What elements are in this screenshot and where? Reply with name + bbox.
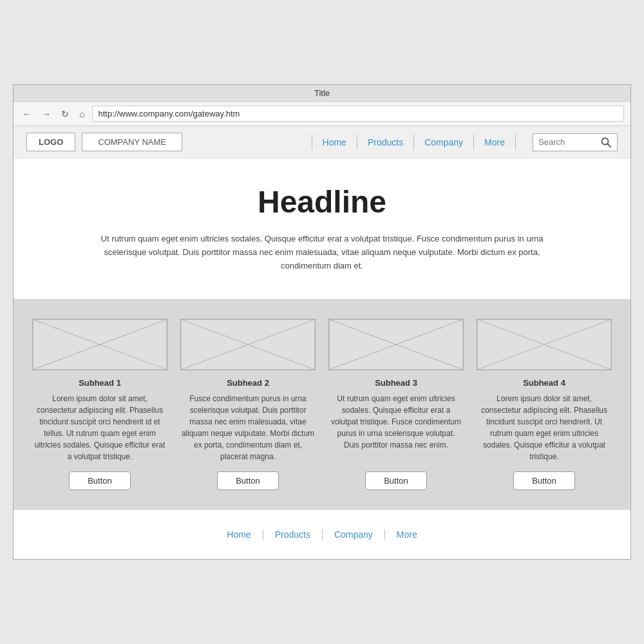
refresh-button[interactable]: ↻ [59, 108, 71, 120]
card-3: Subhead 3 Ut rutrum quam eget enim ultri… [328, 319, 464, 490]
card-4-subhead: Subhead 4 [523, 378, 565, 388]
nav-link-company[interactable]: Company [413, 135, 473, 150]
footer-link-home[interactable]: Home [215, 529, 263, 540]
card-3-button[interactable]: Button [365, 471, 427, 490]
nav-link-home[interactable]: Home [312, 135, 357, 150]
card-1: Subhead 1 Lorem ipsum dolor sit amet, co… [32, 319, 167, 490]
home-button[interactable]: ⌂ [77, 108, 87, 120]
footer-nav: Home Products Company More [26, 529, 618, 540]
card-3-subhead: Subhead 3 [375, 378, 417, 388]
address-bar-input[interactable] [92, 106, 624, 122]
footer-link-products[interactable]: Products [263, 529, 323, 540]
card-1-subhead: Subhead 1 [79, 378, 121, 388]
search-box [533, 133, 618, 151]
card-3-image [328, 319, 464, 370]
search-icon[interactable] [600, 137, 612, 148]
card-2-body: Fusce condimentum purus in urna sceleris… [180, 393, 316, 462]
svg-line-1 [608, 144, 611, 147]
browser-window: Title ← → ↻ ⌂ LOGO COMPANY NAME Home Pro… [13, 84, 631, 559]
card-1-button[interactable]: Button [69, 471, 131, 490]
card-2-subhead: Subhead 2 [227, 378, 269, 388]
company-name: COMPANY NAME [82, 133, 182, 151]
nav-link-products[interactable]: Products [357, 135, 413, 150]
browser-address-bar: ← → ↻ ⌂ [14, 102, 630, 126]
hero-section: Headline Ut rutrum quam eget enim ultric… [14, 158, 630, 299]
cards-section: Subhead 1 Lorem ipsum dolor sit amet, co… [14, 299, 630, 509]
card-2: Subhead 2 Fusce condimentum purus in urn… [180, 319, 316, 490]
footer-link-more[interactable]: More [385, 529, 429, 540]
card-4-image [477, 319, 612, 370]
card-2-image [180, 319, 316, 370]
footer-link-company[interactable]: Company [323, 529, 385, 540]
logo: LOGO [26, 133, 75, 151]
card-4: Subhead 4 Lorem ipsum dolor sit amet, co… [477, 319, 612, 490]
nav-link-more[interactable]: More [473, 135, 516, 150]
search-input[interactable] [538, 137, 596, 147]
site-footer: Home Products Company More [14, 509, 630, 559]
browser-title-bar: Title [14, 85, 630, 102]
back-button[interactable]: ← [20, 108, 34, 120]
card-1-body: Lorem ipsum dolor sit amet, consectetur … [32, 393, 167, 462]
card-4-button[interactable]: Button [513, 471, 575, 490]
card-1-image [32, 319, 167, 370]
site-header: LOGO COMPANY NAME Home Products Company … [14, 126, 630, 158]
forward-button[interactable]: → [39, 108, 53, 120]
browser-title: Title [314, 88, 330, 98]
hero-headline: Headline [52, 184, 592, 220]
card-4-body: Lorem ipsum dolor sit amet, consectetur … [477, 393, 612, 462]
hero-body: Ut rutrum quam eget enim ultricies sodal… [80, 232, 564, 272]
card-3-body: Ut rutrum quam eget enim ultricies sodal… [328, 393, 464, 462]
card-2-button[interactable]: Button [217, 471, 279, 490]
main-nav: Home Products Company More [312, 135, 516, 150]
